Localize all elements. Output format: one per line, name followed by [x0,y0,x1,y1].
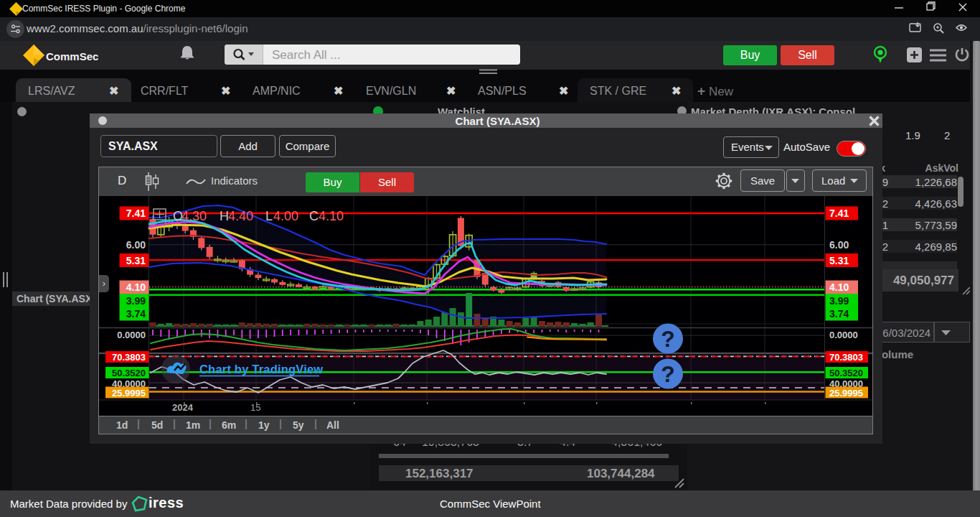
svg-text:Chart by TradingView: Chart by TradingView [199,363,323,376]
svg-text:5.31: 5.31 [126,255,146,266]
svg-text:6.00: 6.00 [829,239,849,251]
svg-text:50.3520: 50.3520 [829,368,863,378]
svg-text:5.31: 5.31 [829,255,849,266]
svg-text:?: ? [661,326,675,352]
svg-text:50.3520: 50.3520 [112,368,146,378]
svg-text:0.0000: 0.0000 [829,330,858,340]
svg-text:3.74: 3.74 [126,308,146,320]
svg-text:15: 15 [250,402,260,413]
svg-text:4.10: 4.10 [126,281,146,293]
svg-text:70.3803: 70.3803 [112,352,146,363]
svg-text:3.74: 3.74 [829,308,849,320]
svg-text:3.99: 3.99 [829,295,849,307]
svg-text:0.0000: 0.0000 [117,330,146,340]
svg-text:4.30: 4.30 [182,209,207,223]
svg-text:3.99: 3.99 [126,295,146,307]
svg-text:4.10: 4.10 [829,281,849,293]
svg-text:4.40: 4.40 [228,209,253,223]
svg-text:6.00: 6.00 [126,239,146,251]
svg-text:7.41: 7.41 [829,208,849,219]
svg-text:7.41: 7.41 [126,208,146,219]
svg-text:2024: 2024 [172,402,194,413]
svg-text:25.9995: 25.9995 [112,388,146,399]
svg-text:4.10: 4.10 [319,209,344,223]
svg-text:25.9995: 25.9995 [829,388,863,399]
svg-text:?: ? [661,361,675,387]
svg-text:70.3803: 70.3803 [829,352,863,363]
svg-text:L: L [265,209,273,223]
svg-text:C: C [309,209,319,223]
svg-text:4.00: 4.00 [273,209,298,223]
